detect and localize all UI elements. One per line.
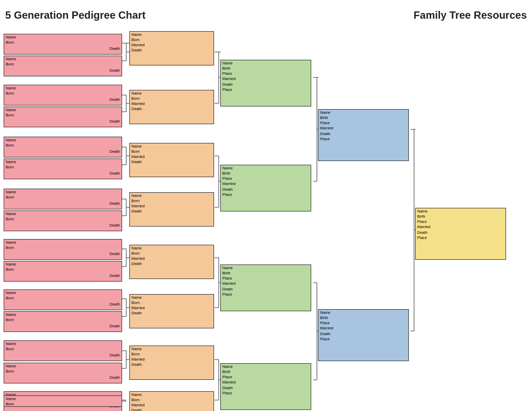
gen2-box-7: NameBornMarriedDeath [129, 346, 214, 380]
gen1-box-3: NameBornDeath [4, 85, 122, 105]
gen3-box-1: NameBirthPlaceMarriedDeathPlace [220, 60, 311, 107]
page-subtitle: Family Tree Resources [414, 9, 527, 21]
gen4-box-2: NameBirthPlaceMarriedDeathPlace [318, 309, 409, 361]
gen2-box-6: NameBornMarriedDeath [129, 294, 214, 328]
gen3-box-2: NameBirthPlaceMarriedDeathPlace [220, 165, 311, 211]
gen1-box-6: NameBornDeath [4, 158, 122, 179]
gen1-box-5: NameBornDeath [4, 137, 122, 157]
gen1-box-1: NameBornDeath [4, 34, 122, 55]
gen2-box-4: NameBornMarriedDeath [129, 192, 214, 227]
gen3-box-3: NameBirthPlaceMarriedDeathPlace [220, 264, 311, 311]
gen1-box-2: NameBornDeath [4, 56, 122, 76]
gen1-box-16: NameBorn [4, 395, 122, 407]
gen2-box-1: NameBornMarriedDeath [129, 31, 214, 65]
gen1-box-11: NameBornDeath [4, 289, 122, 310]
gen1-box-12: NameBornDeath [4, 311, 122, 332]
gen1-box-10: NameBornDeath [4, 261, 122, 282]
gen4-box-1: NameBirthPlaceMarriedDeathPlace [318, 109, 409, 161]
gen3-box-4: NameBirthPlaceMarriedDeathPlace [220, 363, 311, 410]
gen1-box-8: NameBornDeath [4, 210, 122, 231]
gen2-box-3: NameBornMarriedDeath [129, 143, 214, 177]
gen1-box-9: NameBornDeath [4, 239, 122, 260]
gen1-box-14: NameBornDeath [4, 363, 122, 383]
gen1-box-4: NameBornDeath [4, 107, 122, 127]
chart-area: NameBornDeath NameBornDeath NameBornDeat… [3, 29, 530, 408]
gen1-box-7: NameBornDeath [4, 189, 122, 209]
gen2-box-8: NameBornMarriedDeath [129, 391, 214, 411]
page-title: 5 Generation Pedigree Chart [5, 9, 145, 21]
gen2-box-2: NameBornMarriedDeath [129, 90, 214, 124]
gen5-box-1: NameBirthPlaceMarriedDeathPlace [415, 208, 506, 260]
gen1-box-13: NameBornDeath [4, 340, 122, 361]
gen2-box-5: NameBornMarriedDeath [129, 245, 214, 279]
